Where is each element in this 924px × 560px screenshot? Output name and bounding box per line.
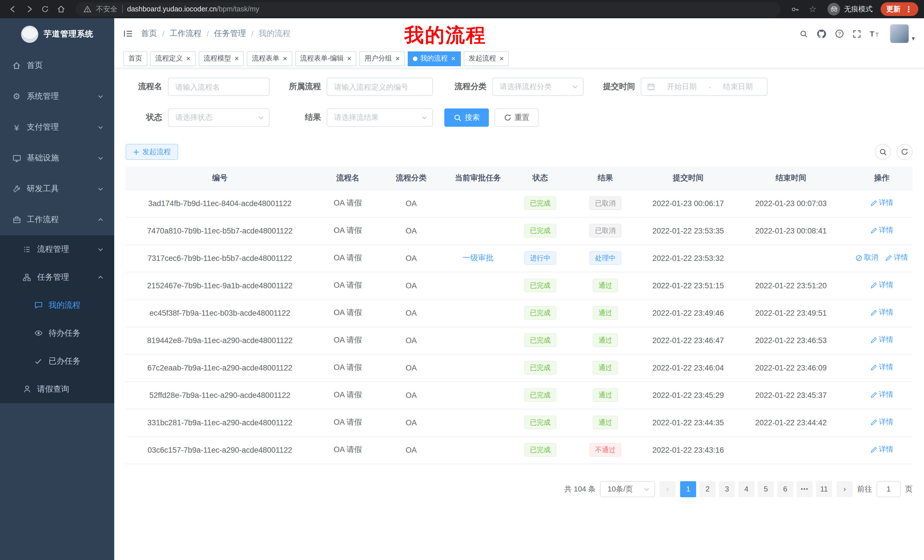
breadcrumb-item[interactable]: 工作流程 — [170, 28, 202, 39]
app-logo[interactable]: 芋道管理系统 — [0, 18, 114, 50]
address-bar[interactable]: 不安全 dashboard.yudao.iocoder.cn/bpm/task/… — [75, 2, 781, 16]
page-button-6[interactable]: 6 — [777, 481, 793, 497]
prev-page-button[interactable]: ‹ — [660, 481, 676, 497]
sidebar-item-workflow[interactable]: 工作流程 — [0, 204, 114, 235]
goto-page-input[interactable] — [877, 481, 901, 497]
svg-text:T: T — [870, 30, 874, 38]
cancel-link[interactable]: 取消 — [855, 253, 878, 263]
reset-button[interactable]: 重置 — [495, 108, 538, 127]
detail-link[interactable]: 详情 — [870, 445, 893, 455]
create-process-button[interactable]: 发起流程 — [126, 144, 178, 160]
status-tag: 已完成 — [524, 196, 556, 210]
sidebar-item-home[interactable]: 首页 — [0, 50, 114, 81]
sidebar-item-infrastructure[interactable]: 基础设施 — [0, 143, 114, 174]
sidebar-item-leave-query[interactable]: 请假查询 — [0, 375, 114, 403]
detail-link[interactable]: 详情 — [870, 335, 893, 345]
next-page-button[interactable]: › — [837, 481, 853, 497]
collapse-sidebar-icon[interactable] — [123, 29, 133, 38]
sidebar-item-system[interactable]: ⚙系统管理 — [0, 81, 114, 112]
page-button-3[interactable]: 3 — [719, 481, 735, 497]
submit-time-range[interactable]: 开始日期 - 结束日期 — [641, 78, 768, 96]
security-label[interactable]: 不安全 — [96, 4, 117, 14]
detail-link[interactable]: 详情 — [870, 418, 893, 427]
tab-process-form[interactable]: 流程表单× — [247, 51, 292, 66]
update-button[interactable]: 更新 ⋮ — [880, 2, 918, 16]
cell-actions: 详情 — [851, 326, 913, 354]
sidebar-item-done-tasks[interactable]: 已办任务 — [0, 347, 114, 375]
refresh-table-button[interactable] — [897, 144, 913, 160]
close-icon[interactable]: × — [500, 55, 504, 62]
sidebar-item-process-mgmt[interactable]: 流程管理 — [0, 235, 114, 263]
close-icon[interactable]: × — [234, 55, 239, 62]
task-link[interactable]: 一级审批 — [463, 253, 494, 262]
breadcrumb-item[interactable]: 任务管理 — [214, 28, 246, 39]
font-size-icon[interactable]: TT — [870, 30, 880, 38]
column-header: 操作 — [851, 167, 913, 190]
browser-back-icon[interactable] — [6, 2, 21, 16]
tab-start-process[interactable]: 发起流程× — [464, 51, 509, 66]
help-icon[interactable]: ? — [835, 29, 844, 38]
breadcrumb-item[interactable]: 首页 — [141, 28, 157, 39]
cell-end-time: 2022-01-23 00:07:03 — [731, 190, 851, 217]
detail-link[interactable]: 详情 — [870, 308, 893, 318]
sidebar-item-my-process[interactable]: 我的流程 — [0, 291, 114, 319]
sidebar-item-task-mgmt[interactable]: 任务管理 — [0, 263, 114, 291]
detail-link[interactable]: 详情 — [870, 363, 893, 373]
sidebar-item-todo-tasks[interactable]: 待办任务 — [0, 319, 114, 347]
password-key-icon[interactable] — [788, 2, 802, 16]
cell-status: 已完成 — [515, 409, 566, 436]
user-avatar[interactable]: ▾ — [890, 24, 915, 43]
result-select[interactable]: 请选择流结果 — [327, 108, 433, 127]
pager-more-button[interactable]: ••• — [796, 481, 813, 497]
page-button-1[interactable]: 1 — [680, 481, 696, 497]
page-size-value: 10条/页 — [608, 484, 633, 494]
search-icon[interactable] — [800, 29, 808, 38]
close-icon[interactable]: × — [347, 55, 351, 62]
category-select[interactable]: 请选择流程分类 — [492, 78, 584, 96]
tab-process-definition[interactable]: 流程定义× — [150, 51, 196, 66]
tab-label: 流程表单 — [252, 54, 279, 63]
tab-process-form-edit[interactable]: 流程表单-编辑× — [295, 51, 357, 66]
status-tag: 已完成 — [524, 306, 556, 320]
bookmark-star-icon[interactable]: ☆ — [806, 4, 819, 14]
detail-link[interactable]: 详情 — [870, 226, 893, 235]
sidebar-item-label: 系统管理 — [27, 91, 97, 102]
github-icon[interactable] — [817, 29, 826, 39]
page-button-11[interactable]: 11 — [816, 481, 832, 497]
tab-home[interactable]: 首页 — [123, 51, 147, 66]
toggle-search-button[interactable] — [875, 144, 891, 160]
cell-result: 通过 — [566, 409, 645, 436]
detail-link[interactable]: 详情 — [870, 281, 893, 290]
status-select[interactable]: 请选择状态 — [168, 108, 270, 127]
tab-process-model[interactable]: 流程模型× — [198, 51, 244, 66]
page-button-2[interactable]: 2 — [700, 481, 716, 497]
search-button[interactable]: 搜索 — [444, 108, 489, 127]
close-icon[interactable]: × — [186, 55, 190, 62]
table-row: 819442e8-7b9a-11ec-a290-acde48001122OA 请… — [126, 326, 913, 354]
browser-refresh-icon[interactable] — [38, 2, 52, 16]
close-icon[interactable]: × — [396, 55, 400, 62]
process-name-input[interactable] — [168, 78, 270, 96]
process-def-input[interactable] — [327, 78, 433, 96]
cell-task — [441, 409, 515, 436]
page-button-5[interactable]: 5 — [758, 481, 774, 497]
tab-my-process[interactable]: 我的流程× — [408, 51, 460, 66]
cell-status: 已完成 — [515, 354, 566, 381]
detail-link[interactable]: 详情 — [870, 390, 893, 400]
close-icon[interactable]: × — [451, 55, 455, 62]
detail-link[interactable]: 详情 — [870, 198, 893, 208]
sidebar-item-devtools[interactable]: 研发工具 — [0, 174, 114, 204]
page-button-4[interactable]: 4 — [738, 481, 754, 497]
column-header: 流程分类 — [381, 167, 441, 190]
menu-kebab-icon[interactable]: ⋮ — [904, 4, 913, 14]
page-size-select[interactable]: 10条/页 — [600, 481, 655, 497]
sidebar-item-payment[interactable]: ¥支付管理 — [0, 112, 114, 143]
tab-user-group[interactable]: 用户分组× — [360, 51, 405, 66]
fullscreen-icon[interactable] — [853, 29, 861, 38]
close-icon[interactable]: × — [283, 55, 287, 62]
browser-forward-icon[interactable] — [22, 2, 36, 16]
detail-link[interactable]: 详情 — [885, 253, 908, 263]
active-dot-icon — [413, 56, 417, 61]
incognito-icon — [828, 3, 840, 15]
browser-home-icon[interactable] — [54, 2, 69, 16]
